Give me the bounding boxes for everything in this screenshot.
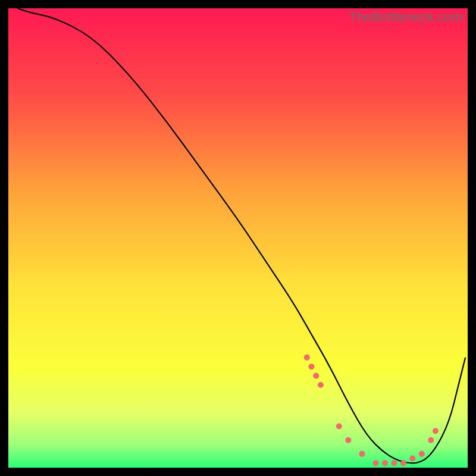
highlight-dot	[345, 437, 351, 443]
chart-frame: TheBottleneck.com	[8, 8, 468, 468]
gradient-background	[8, 8, 468, 468]
highlight-dot	[419, 451, 425, 457]
highlight-dot	[400, 460, 406, 466]
highlight-dot	[382, 460, 388, 466]
watermark-text: TheBottleneck.com	[349, 10, 463, 25]
highlight-dot	[428, 437, 434, 443]
highlight-dot	[409, 456, 415, 462]
highlight-dot	[318, 382, 324, 388]
highlight-dot	[391, 460, 397, 466]
highlight-dot	[433, 428, 439, 434]
highlight-dot	[304, 355, 310, 361]
highlight-dot	[309, 364, 315, 369]
highlight-dot	[336, 424, 342, 430]
highlight-dot	[373, 460, 379, 466]
highlight-dot	[313, 373, 319, 379]
highlight-dot	[359, 451, 365, 457]
plot-svg	[8, 8, 468, 468]
